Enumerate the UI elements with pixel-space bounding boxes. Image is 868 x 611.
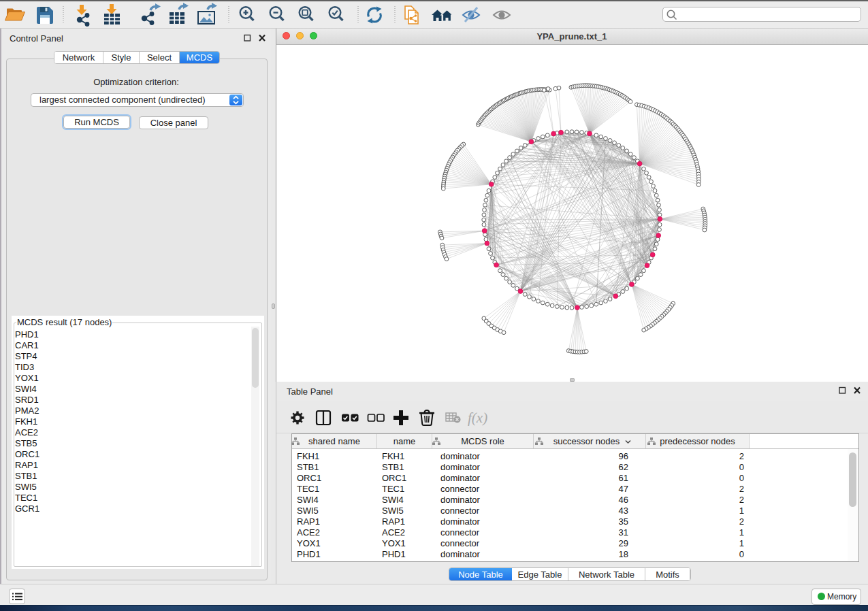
svg-text:f(x): f(x) <box>468 410 487 426</box>
